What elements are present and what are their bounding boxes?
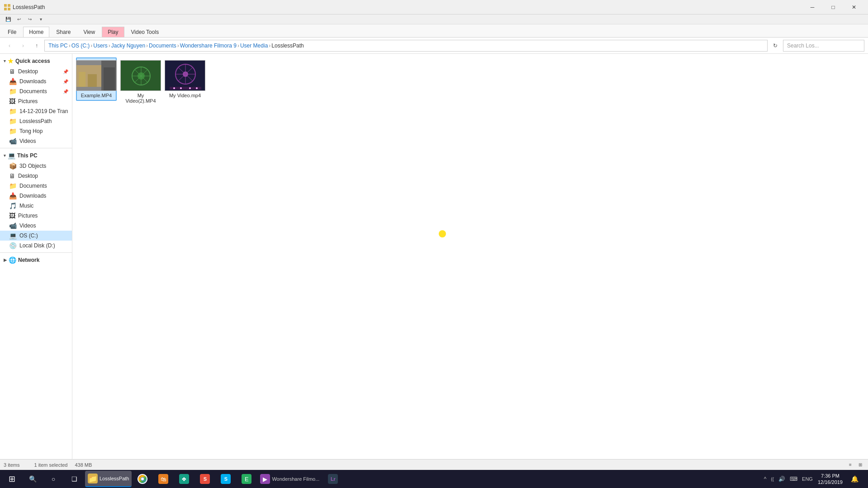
title-bar: LosslessPath ─ □ ✕ xyxy=(0,0,868,14)
tab-home[interactable]: Home xyxy=(23,27,49,37)
back-button[interactable]: ‹ xyxy=(4,40,15,52)
sidebar-osc-label: OS (C:) xyxy=(19,232,38,239)
quick-access-header[interactable]: ▾ ★ Quick access xyxy=(0,56,72,66)
file-item-example[interactable]: ✓ Example.MP4 xyxy=(76,57,117,101)
search-button[interactable]: 🔍 xyxy=(23,470,43,488)
downloads-icon: 📥 xyxy=(9,78,17,85)
qt-dropdown[interactable]: ▾ xyxy=(36,15,45,24)
filmora-icon: ▶ xyxy=(260,474,270,484)
breadcrumb[interactable]: This PC › OS (C:) › Users › Jacky Nguyen… xyxy=(44,40,768,52)
svg-point-27 xyxy=(189,87,191,89)
qt-undo[interactable]: ↩ xyxy=(14,15,24,24)
sidebar-item-locald[interactable]: 💿 Local Disk (D:) xyxy=(0,241,72,251)
sidebar-item-desktop2[interactable]: 🖥 Desktop xyxy=(0,171,72,181)
keyboard-tray-icon[interactable]: ⌨ xyxy=(788,476,799,482)
this-pc-icon: 💻 xyxy=(8,152,15,159)
breadcrumb-users[interactable]: Users xyxy=(93,43,107,49)
taskbar-app-explorer[interactable]: 📁 LosslessPath xyxy=(85,471,132,487)
sidebar-dl2-label: Downloads xyxy=(19,193,46,199)
chrome-icon xyxy=(138,474,147,484)
lang-indicator[interactable]: ENG xyxy=(801,476,814,482)
sidebar-item-music[interactable]: 🎵 Music xyxy=(0,201,72,211)
sidebar-locald-label: Local Disk (D:) xyxy=(19,242,55,249)
qt-redo[interactable]: ↪ xyxy=(25,15,34,24)
sidebar-item-losslesspath[interactable]: 📁 LosslessPath xyxy=(0,116,72,126)
expand-tray-icon[interactable]: ^ xyxy=(763,476,768,482)
close-button[interactable]: ✕ xyxy=(844,0,864,14)
refresh-button[interactable]: ↻ xyxy=(769,40,781,52)
tab-videotools[interactable]: Video Tools xyxy=(125,27,165,37)
taskbar-app-5[interactable]: S xyxy=(195,471,215,487)
taskbar-filmora-label: Wondershare Filmo... xyxy=(272,476,319,482)
taskbar-app-7[interactable]: E xyxy=(237,471,256,487)
taskbar-clock[interactable]: 7:36 PM 12/16/2019 xyxy=(816,473,844,486)
tab-share[interactable]: Share xyxy=(50,27,76,37)
breadcrumb-usermedia[interactable]: User Media xyxy=(240,43,268,49)
maximize-button[interactable]: □ xyxy=(823,0,844,14)
pin-icon2: 📌 xyxy=(63,79,68,84)
breadcrumb-documents[interactable]: Documents xyxy=(149,43,176,49)
notification-button[interactable]: 🔔 xyxy=(846,470,863,488)
window-title: LosslessPath xyxy=(13,4,45,10)
view-grid-btn[interactable]: ⊞ xyxy=(856,461,864,469)
sidebar-item-pictures[interactable]: 🖼 Pictures xyxy=(0,96,72,106)
sidebar-item-downloads2[interactable]: 📥 Downloads xyxy=(0,191,72,201)
sidebar-item-desktop[interactable]: 🖥 Desktop 📌 xyxy=(0,66,72,76)
documents-icon: 📁 xyxy=(9,88,17,95)
file-item-myvideo[interactable]: My Video.mp4 xyxy=(165,57,205,101)
folder-icon-th: 📁 xyxy=(9,128,17,135)
tab-play[interactable]: Play xyxy=(102,27,124,37)
network-header[interactable]: ▶ 🌐 Network xyxy=(0,255,72,265)
svg-rect-0 xyxy=(4,4,7,7)
desktop2-icon: 🖥 xyxy=(9,172,15,180)
network-tray-icon[interactable]: (( xyxy=(769,477,775,482)
taskbar-app-store[interactable]: 🛍 xyxy=(153,471,173,487)
file-item-myvideo2[interactable]: My Video(2).MP4 xyxy=(120,57,161,106)
start-button[interactable]: ⊞ xyxy=(2,470,22,488)
taskbar-app-filmora[interactable]: ▶ Wondershare Filmo... xyxy=(257,471,322,487)
pictures2-icon: 🖼 xyxy=(9,212,15,219)
this-pc-label: This PC xyxy=(17,152,38,159)
forward-button[interactable]: › xyxy=(17,40,29,52)
sidebar-item-3dobjects[interactable]: 📦 3D Objects xyxy=(0,161,72,171)
ribbon: File Home Share View Play Video Tools xyxy=(0,24,868,38)
search-box[interactable]: Search Los... xyxy=(783,40,864,52)
volume-tray-icon[interactable]: 🔊 xyxy=(777,476,787,482)
tab-file[interactable]: File xyxy=(2,27,22,37)
breadcrumb-osc[interactable]: OS (C:) xyxy=(71,43,90,49)
breadcrumb-filmora[interactable]: Wondershare Filmora 9 xyxy=(180,43,237,49)
view-list-btn[interactable]: ≡ xyxy=(846,461,854,469)
svg-point-25 xyxy=(173,87,175,89)
sidebar-item-documents2[interactable]: 📁 Documents xyxy=(0,181,72,191)
qt-save[interactable]: 💾 xyxy=(4,15,13,24)
cortana-button[interactable]: ○ xyxy=(43,470,63,488)
file-grid: ✓ Example.MP4 xyxy=(76,57,864,106)
breadcrumb-jacky[interactable]: Jacky Nguyen xyxy=(111,43,145,49)
sidebar-3d-label: 3D Objects xyxy=(19,163,46,169)
breadcrumb-thispc[interactable]: This PC xyxy=(48,43,68,49)
svg-point-28 xyxy=(196,87,198,89)
sidebar-item-videos[interactable]: 📹 Videos xyxy=(0,136,72,146)
minimize-button[interactable]: ─ xyxy=(802,0,823,14)
sidebar-music-label: Music xyxy=(19,203,33,209)
tab-view[interactable]: View xyxy=(77,27,101,37)
taskbar-app-chrome[interactable] xyxy=(133,471,152,487)
sidebar-item-documents[interactable]: 📁 Documents 📌 xyxy=(0,86,72,96)
status-bar: 3 items 1 item selected 438 MB ≡ ⊞ xyxy=(0,459,868,470)
sidebar-item-videos2[interactable]: 📹 Videos xyxy=(0,221,72,231)
this-pc-header[interactable]: ▾ 💻 This PC xyxy=(0,150,72,161)
sidebar-vids2-label: Videos xyxy=(19,223,36,229)
taskbar-app-4[interactable]: ❖ xyxy=(174,471,194,487)
taskbar-app-lightroom[interactable]: Lr xyxy=(323,471,343,487)
sidebar-item-osc[interactable]: 💻 OS (C:) xyxy=(0,231,72,241)
taskbar-app-skype[interactable]: S xyxy=(216,471,236,487)
sidebar-th-label: Tong Hop xyxy=(19,128,43,134)
sidebar-item-downloads[interactable]: 📥 Downloads 📌 xyxy=(0,76,72,86)
sidebar-item-14-12[interactable]: 📁 14-12-2019 De Tran xyxy=(0,106,72,116)
file-area[interactable]: ✓ Example.MP4 xyxy=(72,54,868,459)
sidebar-item-tonghop[interactable]: 📁 Tong Hop xyxy=(0,126,72,136)
address-bar: ‹ › ↑ This PC › OS (C:) › Users › Jacky … xyxy=(0,38,868,54)
up-button[interactable]: ↑ xyxy=(31,40,43,52)
taskview-button[interactable]: ❑ xyxy=(64,470,84,488)
sidebar-item-pictures2[interactable]: 🖼 Pictures xyxy=(0,211,72,221)
